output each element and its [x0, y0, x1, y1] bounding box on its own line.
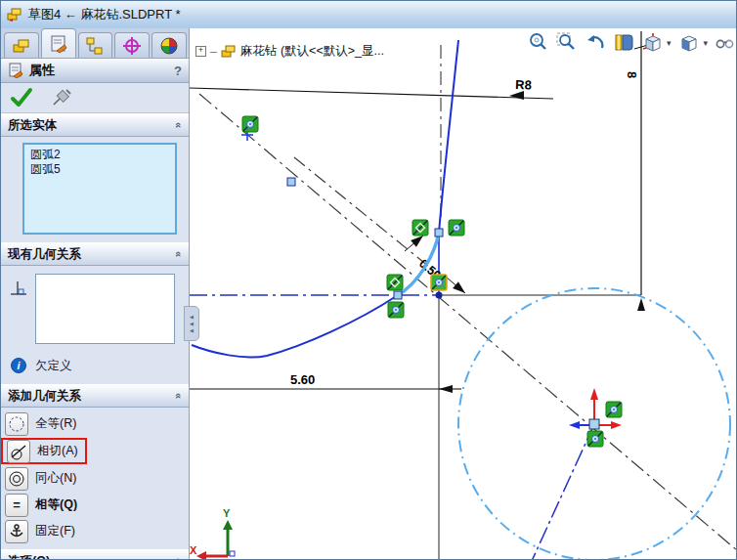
part-node-label[interactable]: 麻花钻 (默认<<默认>_显... — [240, 43, 384, 60]
selected-entities-title: 所选实体 — [8, 117, 57, 134]
flute-arc-upper[interactable] — [439, 40, 458, 233]
sketch-point[interactable] — [435, 229, 443, 237]
relation-label: 相等(Q) — [35, 496, 77, 513]
propertymanager-tab[interactable] — [41, 28, 76, 58]
add-relations-title: 添加几何关系 — [8, 388, 81, 405]
diagonal-centerline[interactable] — [199, 94, 737, 551]
tree-expand-icon[interactable]: + — [195, 46, 206, 57]
coincident-relation-icon[interactable] — [449, 220, 464, 236]
perpendicular-symbol-holder — [1, 274, 35, 299]
length-dimension-arrow — [439, 385, 453, 393]
previous-view-icon[interactable] — [585, 32, 606, 53]
status-text: 欠定义 — [35, 358, 72, 374]
info-icon: i — [11, 358, 26, 373]
panel-tab-strip — [1, 28, 189, 59]
section-view-icon[interactable] — [614, 32, 634, 53]
appearance-tab[interactable] — [152, 32, 187, 58]
existing-relations-row — [1, 274, 189, 344]
coincident-relation-icon[interactable] — [388, 302, 404, 318]
selected-entities-listbox[interactable]: 圆弧2 圆弧5 — [22, 143, 177, 235]
coincident-relation-icon[interactable] — [242, 116, 258, 132]
zoom-fit-icon[interactable] — [528, 32, 548, 53]
panel-splitter-handle[interactable]: ◀◀◀ — [184, 306, 199, 341]
height-dimension-text[interactable]: 8 — [625, 71, 639, 78]
collapse-chevron-icon[interactable]: « — [173, 122, 185, 128]
panel-title: 属性 — [29, 62, 55, 79]
radius-dimension-arrow — [509, 91, 524, 100]
concentric-button[interactable] — [5, 467, 28, 491]
tangent-relation-icon[interactable] — [412, 220, 428, 236]
view-orientation-icon[interactable] — [642, 32, 663, 53]
svg-text:=: = — [13, 497, 21, 512]
tangent-icon — [10, 443, 27, 460]
offset-construction-line[interactable] — [294, 157, 434, 271]
height-dimension-arrow — [637, 298, 645, 311]
configuration-tab[interactable] — [78, 32, 113, 58]
selected-entities-header[interactable]: 所选实体 « — [1, 113, 189, 137]
relation-concentric-row[interactable]: 同心(N) — [1, 465, 189, 492]
propertymanager-icon — [49, 34, 68, 54]
tangent-relation-icon[interactable] — [387, 275, 403, 290]
relation-coradial-row[interactable]: 全等(R) — [1, 410, 189, 437]
view-orientation-dropdown-icon[interactable]: ▾ — [667, 38, 672, 48]
relation-equal-row[interactable]: = 相等(Q) — [1, 492, 189, 518]
featuremanager-tab[interactable] — [4, 32, 39, 58]
collapse-chevron-icon[interactable]: « — [173, 393, 185, 399]
length-dimension-text[interactable]: 5.60 — [290, 372, 315, 387]
anchor-icon — [8, 523, 25, 540]
options-title: 选项(O) — [8, 553, 50, 560]
sketch-canvas[interactable]: 8 R8 5.60 0.50 — [190, 28, 737, 560]
z-axis-marker — [230, 551, 235, 556]
radius-dimension-leader[interactable] — [190, 88, 553, 99]
coincident-relation-icon[interactable] — [587, 431, 603, 447]
flyout-feature-tree: + – 麻花钻 (默认<<默认>_显... — [195, 43, 384, 60]
configuration-tree-icon — [85, 36, 105, 56]
graphics-area[interactable]: + – 麻花钻 (默认<<默认>_显... — [190, 28, 737, 560]
collapse-chevron-icon[interactable]: « — [173, 251, 185, 257]
display-style-dropdown-icon[interactable]: ▾ — [703, 38, 708, 48]
selected-entity-item[interactable]: 圆弧2 — [24, 148, 175, 162]
sketch-point[interactable] — [287, 178, 295, 186]
propertymanager-header: 属性 ? — [1, 59, 189, 83]
existing-relations-listbox[interactable] — [35, 274, 175, 344]
radius-dimension-text[interactable]: R8 — [515, 77, 532, 93]
zoom-to-area-icon[interactable] — [556, 32, 577, 53]
relation-badges — [242, 116, 622, 447]
ok-button[interactable] — [10, 86, 33, 109]
equal-button[interactable]: = — [5, 494, 28, 517]
equal-icon: = — [8, 496, 25, 514]
display-style-icon[interactable] — [678, 32, 699, 53]
selected-entity-item[interactable]: 圆弧5 — [24, 162, 175, 177]
keep-visible-pin-button[interactable] — [51, 88, 72, 108]
center-point[interactable] — [436, 292, 443, 299]
relation-tangent-row[interactable]: 相切(A) — [1, 438, 87, 464]
relation-fix-row[interactable]: 固定(F) — [1, 518, 189, 544]
options-header[interactable]: 选项(O) « — [1, 549, 189, 560]
property-manager-panel: 属性 ? 所选实体 « 圆弧2 圆弧5 现有几何关系 « — [1, 28, 190, 559]
x-axis-label: X — [190, 544, 197, 556]
target-crosshair-icon — [122, 36, 142, 56]
coradial-button[interactable] — [5, 412, 28, 436]
fix-button[interactable] — [5, 520, 28, 543]
sketch-axes-triad: Y X — [190, 507, 235, 560]
flute-arc-lower[interactable] — [192, 295, 398, 358]
appearance-sphere-icon — [159, 36, 179, 56]
hide-show-items-icon[interactable] — [715, 34, 735, 52]
offset-dimension-arrow-2 — [453, 281, 468, 296]
add-relations-header[interactable]: 添加几何关系 « — [1, 384, 189, 408]
coincident-relation-icon-selected[interactable] — [431, 275, 447, 290]
properties-icon — [8, 63, 23, 78]
sketch-point[interactable] — [394, 291, 402, 299]
sketch-status-row: i 欠定义 — [1, 344, 189, 378]
coincident-relation-icon[interactable] — [606, 402, 622, 417]
help-button[interactable]: ? — [174, 64, 182, 78]
relation-label: 同心(N) — [35, 470, 76, 487]
sketch-part-icon — [7, 7, 22, 22]
tangent-button[interactable] — [7, 440, 30, 463]
dimxpert-tab[interactable] — [114, 32, 150, 58]
existing-relations-header[interactable]: 现有几何关系 « — [1, 242, 189, 266]
add-relations-list: 全等(R) 相切(A) 同心(N) — [1, 408, 189, 544]
existing-relations-title: 现有几何关系 — [8, 246, 81, 263]
blue-construction-line[interactable] — [532, 424, 594, 560]
propertymanager-actions — [1, 83, 189, 113]
